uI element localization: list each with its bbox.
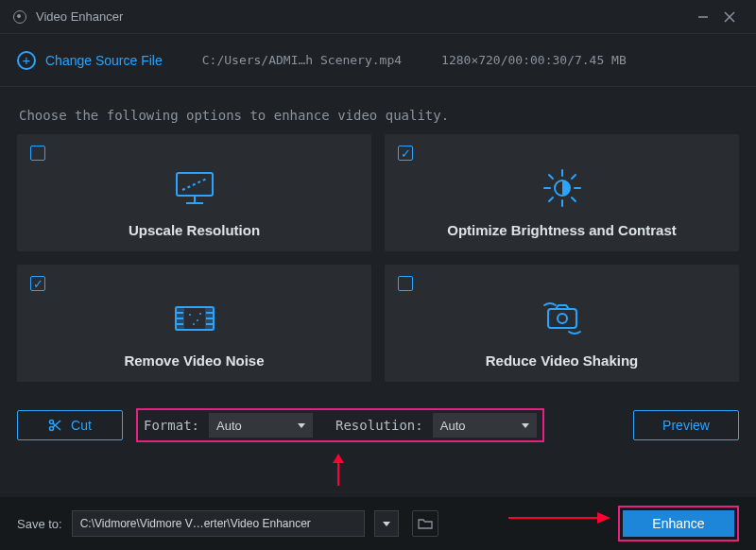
chevron-down-icon	[298, 423, 305, 428]
cut-button[interactable]: Cut	[17, 410, 123, 440]
card-optimize-brightness[interactable]: Optimize Brightness and Contrast	[385, 134, 739, 251]
source-toolbar: Change Source File C:/Users/ADMI…h Scene…	[0, 34, 756, 87]
svg-point-32	[50, 427, 54, 431]
save-path-dropdown[interactable]	[374, 510, 399, 537]
scissors-icon	[48, 419, 61, 432]
preview-button[interactable]: Preview	[633, 410, 739, 440]
save-path-value: C:\Vidmore\Vidmore V…erter\Video Enhance…	[80, 517, 311, 530]
svg-point-30	[558, 314, 567, 323]
checkbox-brightness[interactable]	[398, 146, 413, 161]
card-upscale-resolution[interactable]: Upscale Resolution	[17, 134, 371, 251]
svg-point-31	[50, 421, 54, 424]
svg-point-26	[197, 319, 198, 321]
app-title: Video Enhancer	[36, 9, 123, 24]
titlebar: Video Enhancer	[0, 0, 756, 34]
svg-line-15	[549, 198, 553, 201]
change-source-label: Change Source File	[45, 53, 163, 68]
svg-point-27	[193, 323, 195, 325]
resolution-dropdown[interactable]: Auto	[433, 413, 537, 438]
card-label: Reduce Video Shaking	[486, 352, 638, 369]
card-remove-noise[interactable]: Remove Video Noise	[17, 265, 371, 382]
save-path-input[interactable]: C:\Vidmore\Vidmore V…erter\Video Enhance…	[72, 510, 365, 537]
enhance-button[interactable]: Enhance	[623, 510, 734, 537]
folder-icon	[418, 518, 433, 529]
close-button[interactable]	[716, 4, 743, 30]
svg-point-28	[199, 313, 201, 315]
format-value: Auto	[216, 419, 242, 433]
sun-icon	[541, 162, 584, 215]
instruction-text: Choose the following options to enhance …	[0, 87, 756, 134]
enhance-highlight: Enhance	[618, 506, 739, 541]
format-label: Format:	[144, 418, 199, 433]
change-source-button[interactable]: Change Source File	[17, 51, 163, 70]
format-dropdown[interactable]: Auto	[209, 413, 313, 438]
cut-label: Cut	[71, 418, 92, 433]
card-label: Remove Video Noise	[124, 352, 264, 369]
controls-row: Cut Format: Auto Resolution: Auto Previe…	[0, 382, 756, 457]
resolution-label: Resolution:	[335, 418, 423, 433]
app-icon	[13, 10, 26, 24]
film-icon	[171, 292, 218, 345]
source-path: C:/Users/ADMI…h Scenery.mp4	[202, 53, 402, 67]
checkbox-upscale[interactable]	[30, 146, 45, 161]
plus-icon	[17, 51, 36, 70]
minimize-button[interactable]	[690, 4, 716, 30]
format-resolution-group: Format: Auto Resolution: Auto	[136, 408, 544, 442]
checkbox-noise[interactable]	[30, 276, 45, 291]
card-reduce-shaking[interactable]: Reduce Video Shaking	[385, 265, 739, 382]
file-meta: 1280×720/00:00:30/7.45 MB	[441, 53, 627, 67]
monitor-icon	[173, 162, 216, 215]
open-folder-button[interactable]	[412, 510, 438, 537]
camera-icon	[537, 292, 588, 345]
svg-line-4	[182, 179, 207, 190]
svg-line-13	[572, 198, 576, 201]
card-label: Optimize Brightness and Contrast	[447, 222, 677, 238]
save-to-label: Save to:	[17, 517, 62, 531]
checkbox-shaking[interactable]	[398, 276, 413, 291]
chevron-down-icon	[522, 423, 529, 428]
options-grid: Upscale Resolution Optimize Brightness a…	[0, 134, 756, 382]
svg-line-12	[549, 175, 553, 179]
bottom-bar: Save to: C:\Vidmore\Vidmore V…erter\Vide…	[0, 497, 756, 550]
card-label: Upscale Resolution	[129, 222, 260, 238]
chevron-down-icon	[383, 522, 390, 526]
svg-line-14	[572, 175, 576, 179]
annotation-arrow-up	[329, 454, 348, 488]
svg-point-25	[189, 314, 191, 316]
svg-rect-29	[548, 309, 576, 328]
resolution-value: Auto	[440, 419, 466, 433]
